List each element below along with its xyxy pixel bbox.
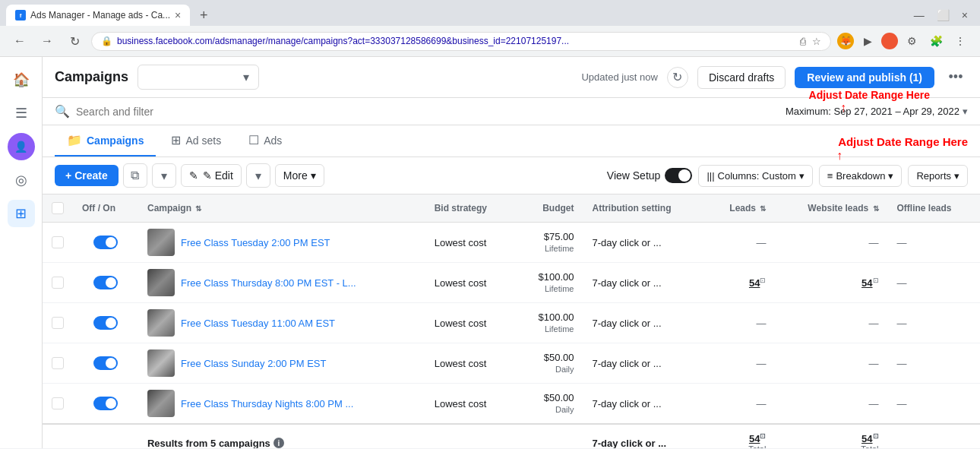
address-bar: ← → ↻ 🔒 business.facebook.com/adsmanager…	[0, 26, 980, 56]
row-toggle-4[interactable]	[73, 343, 138, 384]
header-leads: Leads ⇅	[706, 194, 775, 223]
refresh-button[interactable]: ↻	[667, 67, 688, 88]
row-checkbox-5[interactable]	[43, 384, 73, 425]
row-offline-leads-2: —	[888, 263, 980, 303]
search-bar: 🔍 Adjust Date Range Here ↑ Maximum: Sep …	[43, 98, 980, 125]
campaign-link-4[interactable]: Free Class Sunday 2:00 PM EST	[181, 358, 326, 369]
left-sidebar: 🏠 ☰ 👤 ◎ ⊞	[0, 57, 43, 448]
view-setup-label: View Setup	[607, 169, 661, 182]
header-select-all[interactable]	[43, 194, 73, 223]
more-button[interactable]: More ▾	[275, 164, 324, 187]
browser-tab[interactable]: f Ads Manager - Manage ads - Ca... ×	[6, 5, 190, 26]
reports-label: Reports	[916, 170, 951, 182]
page-title: Campaigns	[55, 69, 128, 85]
table-row: Free Class Tuesday 11:00 AM EST Lowest c…	[43, 303, 980, 343]
date-range-picker[interactable]: Maximum: Sep 27, 2021 – Apr 29, 2022 ▾	[786, 106, 968, 117]
table-body: Free Class Tuesday 2:00 PM EST Lowest co…	[43, 223, 980, 425]
header-campaign: Campaign ⇅	[138, 194, 425, 223]
minimize-icon[interactable]: —	[914, 9, 925, 21]
maximize-icon[interactable]: ⬜	[937, 9, 950, 21]
extension-icon-2[interactable]: ▶	[857, 30, 878, 52]
toolbar: + Create ⧉ ▾ ✎ ✎ Edit ▾ More ▾ View Setu…	[43, 157, 980, 194]
row-checkbox-2[interactable]	[43, 263, 73, 303]
browser-menu[interactable]: ⋮	[950, 30, 971, 52]
sidebar-menu-icon[interactable]: ☰	[8, 100, 35, 127]
discard-drafts-button[interactable]: Discard drafts	[697, 66, 786, 89]
create-label: Create	[74, 169, 108, 182]
reports-button[interactable]: Reports ▾	[908, 165, 968, 187]
close-icon[interactable]: ×	[962, 9, 968, 21]
row-offline-leads-5: —	[888, 384, 980, 425]
app-layout: 🏠 ☰ 👤 ◎ ⊞ Campaigns ▾ Updated just now ↻…	[0, 57, 980, 448]
header-website-leads: Website leads ⇅	[775, 194, 887, 223]
view-setup-toggle-switch[interactable]	[665, 168, 692, 183]
row-checkbox-4[interactable]	[43, 343, 73, 384]
extension-icon-1[interactable]: 🦊	[837, 33, 854, 49]
campaign-link-3[interactable]: Free Class Tuesday 11:00 AM EST	[181, 318, 335, 329]
row-leads-2[interactable]: 54⊡	[706, 263, 775, 303]
row-website-leads-2[interactable]: 54⊡	[775, 263, 887, 303]
row-budget-1: $75.00Lifetime	[515, 223, 583, 263]
columns-icon: |||	[707, 170, 714, 182]
results-info-icon[interactable]: i	[273, 438, 284, 448]
reports-chevron-icon: ▾	[954, 170, 959, 182]
ads-tab-icon: ☐	[248, 133, 259, 147]
browser-toolbar-icons: 🦊 ▶ ⚙ 🧩 ⋮	[837, 30, 971, 52]
share-icon[interactable]: ⎙	[800, 36, 806, 47]
extension-icon-3[interactable]	[881, 33, 898, 49]
campaign-link-2[interactable]: Free Class Thursday 8:00 PM EST - L...	[181, 277, 356, 289]
tab-ads[interactable]: ☐ Ads	[236, 125, 294, 157]
tab-adsets[interactable]: ⊞ Ad sets	[159, 125, 233, 157]
campaigns-table: Off / On Campaign ⇅ Bid strategy Budget …	[43, 194, 980, 448]
new-tab-button[interactable]: +	[193, 5, 214, 26]
header-more-button[interactable]: •••	[944, 65, 968, 90]
url-bar[interactable]: 🔒 business.facebook.com/adsmanager/manag…	[91, 32, 831, 51]
breakdown-button[interactable]: ≡ Breakdown ▾	[819, 165, 903, 187]
extension-icon-5[interactable]: 🧩	[925, 30, 947, 52]
row-attribution-3: 7-day click or ...	[583, 303, 706, 343]
campaign-link-1[interactable]: Free Class Tuesday 2:00 PM EST	[181, 237, 330, 248]
sidebar-grid-icon[interactable]: ⊞	[8, 200, 35, 227]
extension-icon-4[interactable]: ⚙	[901, 30, 922, 52]
edit-dropdown[interactable]: ▾	[246, 163, 270, 188]
campaigns-dropdown[interactable]: ▾	[138, 65, 259, 90]
more-chevron-icon: ▾	[311, 169, 316, 182]
footer-website-leads: 54⊡ Total	[775, 424, 887, 448]
campaign-thumbnail-5	[147, 390, 175, 417]
row-toggle-1[interactable]	[73, 223, 138, 263]
back-button[interactable]: ←	[9, 30, 30, 52]
table-row: Free Class Thursday 8:00 PM EST - L... L…	[43, 263, 980, 303]
bookmark-icon[interactable]: ☆	[812, 36, 821, 47]
chevron-down-icon: ▾	[243, 70, 249, 84]
tab-bar: f Ads Manager - Manage ads - Ca... × + —…	[0, 0, 980, 26]
row-campaign-1: Free Class Tuesday 2:00 PM EST	[138, 223, 425, 263]
date-range-container: Adjust Date Range Here ↑ Maximum: Sep 27…	[786, 106, 968, 117]
row-website-leads-1: —	[775, 223, 887, 263]
sidebar-chart-icon[interactable]: ◎	[8, 166, 35, 194]
sidebar-home-icon[interactable]: 🏠	[8, 66, 35, 93]
tab-campaigns[interactable]: 📁 Campaigns	[55, 125, 156, 157]
create-button[interactable]: + Create	[55, 165, 119, 186]
row-toggle-2[interactable]	[73, 263, 138, 303]
search-input[interactable]	[76, 106, 779, 118]
duplicate-button[interactable]: ⧉	[123, 163, 147, 188]
ads-tab-label: Ads	[264, 134, 282, 147]
campaign-link-5[interactable]: Free Class Thursday Nights 8:00 PM ...	[181, 398, 353, 409]
row-offline-leads-4: —	[888, 343, 980, 384]
tab-close-icon[interactable]: ×	[175, 9, 181, 21]
review-publish-button[interactable]: Review and publish (1)	[795, 67, 934, 88]
duplicate-dropdown[interactable]: ▾	[152, 163, 176, 188]
leads-sort-icon[interactable]: ⇅	[760, 204, 766, 213]
row-toggle-5[interactable]	[73, 384, 138, 425]
reload-button[interactable]: ↻	[64, 30, 85, 52]
campaign-sort-icon[interactable]: ⇅	[195, 204, 201, 213]
avatar[interactable]: 👤	[8, 133, 35, 160]
edit-button[interactable]: ✎ ✎ Edit	[181, 164, 242, 187]
forward-button[interactable]: →	[36, 30, 58, 52]
row-checkbox-3[interactable]	[43, 303, 73, 343]
row-toggle-3[interactable]	[73, 303, 138, 343]
website-leads-sort-icon[interactable]: ⇅	[873, 204, 879, 213]
browser-chrome: f Ads Manager - Manage ads - Ca... × + —…	[0, 0, 980, 57]
columns-button[interactable]: ||| Columns: Custom ▾	[698, 165, 812, 187]
row-checkbox-1[interactable]	[43, 223, 73, 263]
